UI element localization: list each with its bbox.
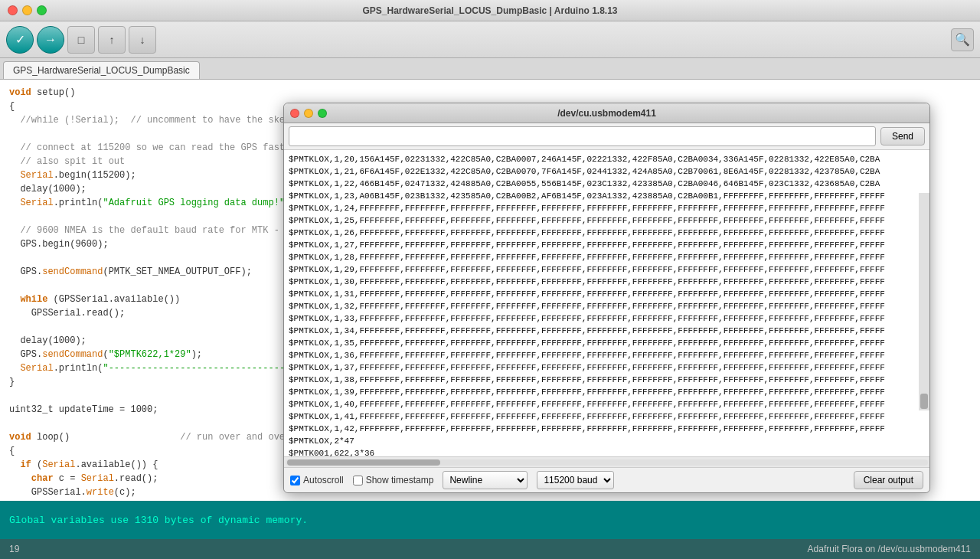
serial-output-line: $PMTKLOX,1,24,FFFFFFFF,FFFFFFFF,FFFFFFFF… bbox=[289, 202, 925, 214]
show-timestamp-checkbox[interactable] bbox=[353, 476, 363, 485]
serial-output-line: $PMTKLOX,1,38,FFFFFFFF,FFFFFFFF,FFFFFFFF… bbox=[289, 374, 925, 386]
sketch-tab[interactable]: GPS_HardwareSerial_LOCUS_DumpBasic bbox=[3, 61, 200, 79]
save-button[interactable]: ↓ bbox=[129, 26, 156, 54]
info-bar: 19 Adafruit Flora on /dev/cu.usbmodem411 bbox=[0, 539, 980, 559]
newline-select[interactable]: No line ending Newline Carriage return B… bbox=[443, 471, 528, 489]
title-bar: GPS_HardwareSerial_LOCUS_DumpBasic | Ard… bbox=[0, 0, 980, 21]
window-title: GPS_HardwareSerial_LOCUS_DumpBasic | Ard… bbox=[362, 5, 617, 16]
serial-output-line: $PMTKLOX,1,25,FFFFFFFF,FFFFFFFF,FFFFFFFF… bbox=[289, 214, 925, 227]
window-controls bbox=[8, 5, 47, 15]
serial-output-line: $PMTKLOX,1,41,FFFFFFFF,FFFFFFFF,FFFFFFFF… bbox=[289, 410, 925, 423]
clear-output-button[interactable]: Clear output bbox=[854, 471, 923, 489]
show-timestamp-label[interactable]: Show timestamp bbox=[353, 475, 434, 485]
board-info: Adafruit Flora on /dev/cu.usbmodem411 bbox=[808, 544, 971, 554]
serial-output-line: $PMTKLOX,1,31,FFFFFFFF,FFFFFFFF,FFFFFFFF… bbox=[289, 288, 925, 300]
serial-hscrollbar-thumb[interactable] bbox=[287, 459, 440, 466]
verify-button[interactable]: ✓ bbox=[6, 26, 34, 54]
send-button[interactable]: Send bbox=[880, 127, 925, 145]
serial-max-button[interactable] bbox=[318, 109, 327, 118]
serial-footer: Autoscroll Show timestamp No line ending… bbox=[284, 467, 929, 492]
serial-input[interactable] bbox=[289, 126, 876, 146]
serial-output-line: $PMTKLOX,1,40,FFFFFFFF,FFFFFFFF,FFFFFFFF… bbox=[289, 398, 925, 410]
serial-output-line: $PMTKLOX,1,29,FFFFFFFF,FFFFFFFF,FFFFFFFF… bbox=[289, 263, 925, 276]
serial-output-line: $PMTKLOX,1,36,FFFFFFFF,FFFFFFFF,FFFFFFFF… bbox=[289, 349, 925, 361]
serial-output-line: $PMTKLOX,1,42,FFFFFFFF,FFFFFFFF,FFFFFFFF… bbox=[289, 423, 925, 435]
serial-min-button[interactable] bbox=[304, 109, 313, 118]
status-text: Global variables use 1310 bytes of dynam… bbox=[9, 515, 308, 526]
serial-output-line: $PMTKLOX,1,37,FFFFFFFF,FFFFFFFF,FFFFFFFF… bbox=[289, 361, 925, 374]
serial-close-button[interactable] bbox=[290, 109, 299, 118]
serial-input-bar: Send bbox=[284, 123, 929, 150]
serial-hscrollbar[interactable] bbox=[284, 456, 929, 467]
serial-monitor-window: /dev/cu.usbmodem411 Send $PMTKLOX,1,20,1… bbox=[283, 103, 930, 493]
tab-bar: GPS_HardwareSerial_LOCUS_DumpBasic bbox=[0, 58, 980, 80]
line-number: 19 bbox=[9, 544, 19, 554]
serial-output-line: $PMTKLOX,1,23,A06B145F,023B1332,423585A0… bbox=[289, 190, 925, 202]
upload-button[interactable]: → bbox=[37, 26, 64, 54]
serial-output-line: $PMTKLOX,1,28,FFFFFFFF,FFFFFFFF,FFFFFFFF… bbox=[289, 251, 925, 263]
search-icon[interactable]: 🔍 bbox=[951, 28, 974, 51]
serial-output-line: $PMTKLOX,1,20,156A145F,02231332,422C85A0… bbox=[289, 153, 925, 165]
serial-output-line: $PMTKLOX,1,30,FFFFFFFF,FFFFFFFF,FFFFFFFF… bbox=[289, 276, 925, 288]
serial-output-line: $PMTKLOX,1,22,466B145F,02471332,424885A0… bbox=[289, 178, 925, 190]
serial-output-line: $PMTKLOX,1,26,FFFFFFFF,FFFFFFFF,FFFFFFFF… bbox=[289, 227, 925, 239]
baud-rate-select[interactable]: 300 baud 1200 baud 2400 baud 4800 baud 9… bbox=[537, 471, 614, 489]
serial-window-controls bbox=[290, 109, 327, 118]
serial-title-bar: /dev/cu.usbmodem411 bbox=[284, 103, 929, 123]
close-button[interactable] bbox=[8, 5, 18, 15]
serial-window-title: /dev/cu.usbmodem411 bbox=[557, 108, 656, 119]
serial-output-line: $PMTKLOX,1,32,FFFFFFFF,FFFFFFFF,FFFFFFFF… bbox=[289, 300, 925, 312]
serial-hscrollbar-track bbox=[286, 459, 928, 466]
serial-output[interactable]: $PMTKLOX,1,20,156A145F,02231332,422C85A0… bbox=[284, 150, 929, 456]
serial-scrollbar[interactable] bbox=[919, 193, 929, 410]
open-button[interactable]: ↑ bbox=[98, 26, 126, 54]
status-bar: Global variables use 1310 bytes of dynam… bbox=[0, 501, 980, 539]
autoscroll-label[interactable]: Autoscroll bbox=[290, 475, 344, 485]
maximize-button[interactable] bbox=[37, 5, 47, 15]
serial-output-line: $PMTKLOX,1,34,FFFFFFFF,FFFFFFFF,FFFFFFFF… bbox=[289, 325, 925, 337]
serial-output-line: $PMTKLOX,1,35,FFFFFFFF,FFFFFFFF,FFFFFFFF… bbox=[289, 337, 925, 349]
serial-output-line: $PMTKLOX,1,33,FFFFFFFF,FFFFFFFF,FFFFFFFF… bbox=[289, 312, 925, 325]
serial-output-line: $PMTKLOX,1,39,FFFFFFFF,FFFFFFFF,FFFFFFFF… bbox=[289, 386, 925, 398]
serial-output-line: $PMTKLOX,1,21,6F6A145F,022E1332,422C85A0… bbox=[289, 165, 925, 178]
serial-output-line: $PMTKLOX,2*47 bbox=[289, 435, 925, 447]
minimize-button[interactable] bbox=[22, 5, 32, 15]
autoscroll-checkbox[interactable] bbox=[290, 476, 300, 485]
serial-output-line: $PMTKLOX,1,27,FFFFFFFF,FFFFFFFF,FFFFFFFF… bbox=[289, 239, 925, 251]
serial-output-line: $PMTK001,622,3*36 bbox=[289, 447, 925, 456]
arduino-toolbar: ✓ → □ ↑ ↓ 🔍 bbox=[0, 21, 980, 58]
new-button[interactable]: □ bbox=[67, 26, 95, 54]
main-area: void setup() { //while (!Serial); // unc… bbox=[0, 80, 980, 501]
serial-scrollbar-thumb[interactable] bbox=[920, 394, 928, 409]
